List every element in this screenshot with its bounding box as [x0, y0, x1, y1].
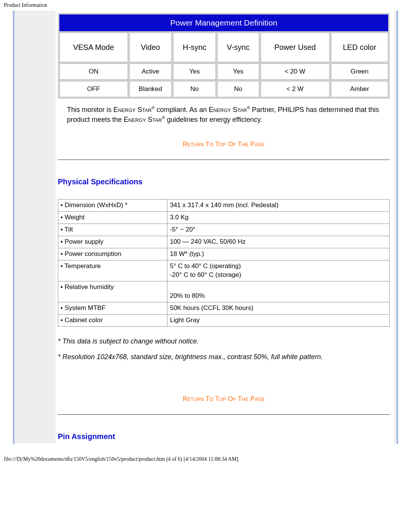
pm-col-video: Video — [129, 33, 172, 62]
right-gutter — [394, 11, 397, 443]
pm-cell: ON — [59, 64, 128, 80]
pm-cell: < 20 W — [261, 64, 330, 80]
table-row: • Power consumption18 W* (typ.) — [58, 248, 390, 260]
spec-value: 100 — 240 VAC, 50/60 Hz — [167, 236, 390, 248]
spec-value: 20% to 80% — [167, 281, 390, 302]
pm-cell: Amber — [331, 81, 388, 97]
table-row: ON Active Yes Yes < 20 W Green — [59, 64, 388, 80]
spec-label: • Cabinet color — [58, 314, 167, 326]
power-management-table: Power Management Definition VESA Mode Vi… — [58, 13, 390, 99]
pm-cell: No — [173, 81, 216, 97]
pm-col-power: Power Used — [261, 33, 330, 62]
pm-cell: < 2 W — [261, 81, 330, 97]
page-footer: file:///D|/My%20documents/dfu/150V5/engl… — [0, 444, 411, 465]
page-header: Product Information — [0, 0, 411, 11]
compliance-text: This monitor is Energy Star® compliant. … — [67, 105, 381, 125]
pm-col-led: LED color — [331, 33, 388, 62]
spec-value: 3.0 Kg — [167, 212, 390, 224]
section-physical-specs: Physical Specifications — [58, 177, 390, 186]
table-row: • Relative humidity 20% to 80% — [58, 281, 390, 302]
pm-cell: No — [217, 81, 259, 97]
pm-col-hsync: H-sync — [173, 33, 216, 62]
pm-cell: Active — [129, 64, 172, 80]
spec-label: • Power consumption — [58, 248, 167, 260]
pm-cell: Yes — [173, 64, 216, 80]
table-row: • Power supply100 — 240 VAC, 50/60 Hz — [58, 236, 390, 248]
spec-value: Light Gray — [167, 314, 390, 326]
divider — [58, 160, 390, 160]
pm-cell: Green — [331, 64, 388, 80]
spec-label: • Power supply — [58, 236, 167, 248]
table-row: • Weight3.0 Kg — [58, 212, 390, 224]
section-pin-assignment: Pin Assignment — [58, 432, 390, 441]
return-to-top-link[interactable]: Return To Top Of The Page — [58, 395, 390, 403]
spec-label: • Relative humidity — [58, 281, 167, 302]
pm-col-vesa: VESA Mode — [59, 33, 128, 62]
footnote: * Resolution 1024x768, standard size, br… — [58, 353, 390, 361]
table-row: • Cabinet colorLight Gray — [58, 314, 390, 326]
spec-value: 18 W* (typ.) — [167, 248, 390, 260]
spec-label: • Weight — [58, 212, 167, 224]
divider — [58, 414, 390, 415]
table-row: • Tilt-5° ~ 20° — [58, 224, 390, 236]
table-row: • Dimension (WxHxD) *341 x 317.4 x 140 m… — [58, 200, 390, 212]
main-content: Power Management Definition VESA Mode Vi… — [56, 11, 394, 443]
return-to-top-link[interactable]: Return To Top Of The Page — [58, 141, 390, 148]
spec-value: 341 x 317.4 x 140 mm (incl. Pedestal) — [167, 200, 390, 212]
table-row: • Temperature5° C to 40° C (operating) -… — [58, 260, 390, 281]
table-row: • System MTBF50K hours (CCFL 30K hours) — [58, 302, 390, 314]
spec-value: 5° C to 40° C (operating) -20° C to 60° … — [167, 260, 390, 281]
spec-label: • Temperature — [58, 260, 167, 281]
physical-specs-table: • Dimension (WxHxD) *341 x 317.4 x 140 m… — [58, 199, 390, 326]
content-frame: Power Management Definition VESA Mode Vi… — [13, 11, 398, 444]
spec-label: • Dimension (WxHxD) * — [58, 200, 167, 212]
pm-cell: OFF — [59, 81, 128, 97]
spec-value: -5° ~ 20° — [167, 224, 390, 236]
pm-col-vsync: V-sync — [217, 33, 259, 62]
pm-title: Power Management Definition — [59, 14, 388, 31]
spec-label: • Tilt — [58, 224, 167, 236]
footnote: * This data is subject to change without… — [58, 337, 390, 345]
pm-cell: Yes — [217, 64, 259, 80]
table-row: OFF Blanked No No < 2 W Amber — [59, 81, 388, 97]
spec-value: 50K hours (CCFL 30K hours) — [167, 302, 390, 314]
left-gutter — [14, 11, 56, 443]
spec-label: • System MTBF — [58, 302, 167, 314]
pm-cell: Blanked — [129, 81, 172, 97]
